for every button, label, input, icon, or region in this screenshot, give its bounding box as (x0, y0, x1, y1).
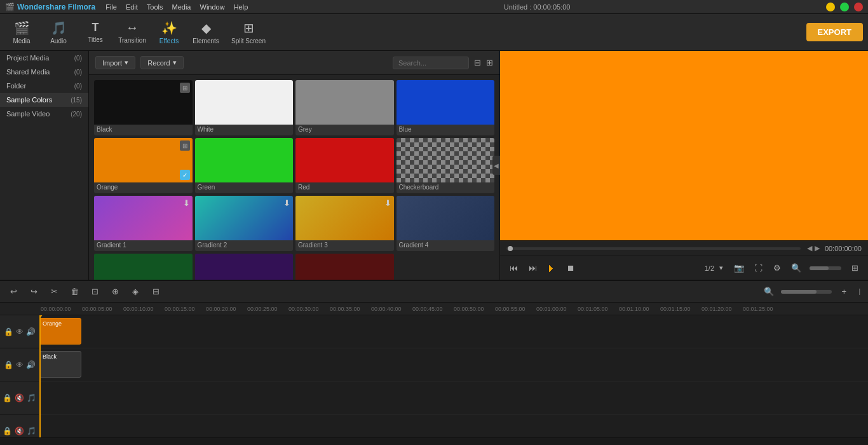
menu-tools[interactable]: Tools (147, 3, 163, 11)
tl-zoom-in-button[interactable]: + (836, 284, 852, 300)
record-button[interactable]: Record ▾ (140, 56, 183, 69)
tool-effects[interactable]: ✨ Effects (153, 17, 186, 48)
panel-sample-colors[interactable]: Sample Colors (15) (0, 93, 88, 107)
volume-icon-v1[interactable]: 🔊 (26, 327, 36, 336)
panel-shared-media[interactable]: Shared Media (0) (0, 65, 88, 79)
export-button[interactable]: EXPORT (806, 23, 863, 41)
menu-help[interactable]: Help (234, 3, 248, 11)
tool-media[interactable]: 🎬 Media (5, 17, 38, 48)
tool-titles[interactable]: T Titles (79, 17, 112, 48)
media-thumb-gradient3[interactable]: ⬇ Gradient 3 (295, 196, 394, 251)
solo-icon-a2[interactable]: 🎵 (27, 427, 36, 435)
play-button[interactable]: ⏵ (543, 260, 560, 277)
tl-snap-button[interactable]: ⊕ (107, 284, 123, 300)
import-button[interactable]: Import ▾ (95, 56, 135, 69)
media-thumb-orange[interactable]: ⊞ ✓ Orange (94, 138, 193, 193)
tl-marker-button[interactable]: ◈ (127, 284, 144, 300)
panel-project-media[interactable]: Project Media (0) (0, 51, 88, 65)
stop-button[interactable]: ⏹ (562, 260, 579, 277)
ruler-mark-4: 00:00:20:00 (205, 306, 246, 312)
menu-media[interactable]: Media (172, 3, 191, 11)
maximize-button[interactable] (840, 3, 849, 11)
media-thumb-red[interactable]: Red (295, 138, 394, 193)
tl-split-button[interactable]: ⊟ (147, 284, 164, 300)
zoom-button[interactable]: 🔍 (788, 260, 804, 277)
pip-button[interactable]: ⊞ (846, 260, 863, 277)
preview-time-nav-right[interactable]: ▶ (815, 244, 820, 252)
step-back-button[interactable]: ⏭ (524, 260, 541, 277)
lock-icon-a2[interactable]: 🔒 (3, 427, 12, 435)
menu-edit[interactable]: Edit (126, 3, 138, 11)
media-thumb-gradient2[interactable]: ⬇ Gradient 2 (195, 196, 294, 251)
tool-audio[interactable]: 🎵 Audio (42, 17, 75, 48)
timeline-scrollbar[interactable] (0, 437, 868, 445)
minimize-button[interactable] (826, 3, 835, 11)
settings-button[interactable]: ⚙ (769, 260, 785, 277)
panel-collapse-button[interactable]: ◀ (492, 156, 500, 175)
clip-black[interactable]: Black (39, 351, 81, 378)
media-thumb-grey[interactable]: Grey (295, 80, 394, 135)
split-screen-icon: ⊞ (243, 20, 254, 36)
panel-sample-video-label: Sample Video (6, 110, 50, 118)
media-thumb-black[interactable]: ⊞ Black (94, 80, 193, 135)
mute-icon-a1[interactable]: 🔇 (15, 394, 24, 402)
zoom-slider[interactable] (810, 266, 841, 270)
snapshot-button[interactable]: 📷 (731, 260, 747, 277)
ruler-mark-9: 00:00:45:00 (411, 306, 452, 312)
volume-icon-v2[interactable]: 🔊 (26, 360, 36, 369)
tool-transition[interactable]: ↔ Transition (116, 17, 149, 48)
blue-label: Blue (397, 125, 495, 135)
rewind-button[interactable]: ⏮ (505, 260, 522, 277)
orange-label: Orange (94, 182, 193, 193)
tl-redo-button[interactable]: ↪ (25, 284, 42, 300)
tl-crop-button[interactable]: ⊡ (86, 284, 103, 300)
close-button[interactable] (854, 3, 863, 11)
media-thumb-darkgreen[interactable]: ✉ (94, 254, 193, 280)
tl-undo-button[interactable]: ↩ (5, 284, 22, 300)
search-input[interactable] (393, 57, 469, 69)
grid-view-icon[interactable]: ⊞ (486, 58, 493, 67)
lock-icon-v1[interactable]: 🔒 (4, 327, 13, 336)
eye-icon-v1[interactable]: 👁 (16, 327, 24, 336)
panel-sample-video[interactable]: Sample Video (20) (0, 107, 88, 121)
track-header-audio1: 🔒 🔇 🎵 (0, 381, 39, 414)
menu-window[interactable]: Window (200, 3, 225, 11)
tool-split-screen[interactable]: ⊞ Split Screen (226, 17, 271, 48)
media-thumb-gradient1[interactable]: ⬇ Gradient 1 (94, 196, 193, 251)
ruler-mark-1: 00:00:05:00 (81, 306, 122, 312)
panel-folder[interactable]: Folder (0) (0, 79, 88, 93)
clip-orange-label: Orange (43, 320, 62, 327)
lock-icon-a1[interactable]: 🔒 (3, 394, 12, 402)
preview-timestamp: 00:00:00:00 (825, 245, 862, 252)
media-thumb-white[interactable]: White (195, 80, 294, 135)
tool-media-label: Media (13, 38, 30, 44)
media-thumb-checkerboard[interactable]: Checkerboard (397, 138, 495, 193)
tl-cut-button[interactable]: ✂ (46, 284, 62, 300)
tool-elements[interactable]: ◆ Elements (189, 17, 222, 48)
tl-zoom-out-button[interactable]: 🔍 (761, 284, 777, 300)
tl-zoom-slider[interactable] (781, 290, 832, 294)
media-grid: ⊞ Black White Grey Blue ⊞ ✓ Oran (89, 75, 499, 280)
menu-file[interactable]: File (105, 3, 117, 11)
mute-icon-a2[interactable]: 🔇 (15, 427, 24, 435)
track-lane-audio2 (39, 414, 868, 437)
panel-project-media-count: (0) (74, 55, 82, 62)
clip-orange[interactable]: Orange (39, 318, 81, 345)
eye-icon-v2[interactable]: 👁 (16, 360, 24, 369)
filter-icon[interactable]: ⊟ (474, 58, 481, 67)
lock-icon-v2[interactable]: 🔒 (4, 360, 13, 369)
media-thumb-blue[interactable]: Blue (397, 80, 495, 135)
tl-delete-button[interactable]: 🗑 (66, 284, 83, 300)
ruler-mark-6: 00:00:30:00 (287, 306, 329, 312)
page-select-icon[interactable]: ▾ (719, 264, 723, 272)
solo-icon-a1[interactable]: 🎵 (27, 394, 36, 402)
fullscreen-button[interactable]: ⛶ (750, 260, 766, 277)
preview-time-nav-left[interactable]: ◀ (807, 244, 812, 252)
media-thumb-darkpurple[interactable] (195, 254, 294, 280)
media-thumb-green[interactable]: Green (195, 138, 294, 193)
timeline-ruler: 00:00:00:00 00:00:05:00 00:00:10:00 00:0… (0, 303, 868, 315)
media-thumb-darkred[interactable]: ✉ (295, 254, 394, 280)
media-thumb-gradient4[interactable]: Gradient 4 (397, 196, 495, 251)
panel-folder-count: (0) (74, 83, 82, 90)
preview-progress-bar[interactable] (506, 247, 801, 250)
